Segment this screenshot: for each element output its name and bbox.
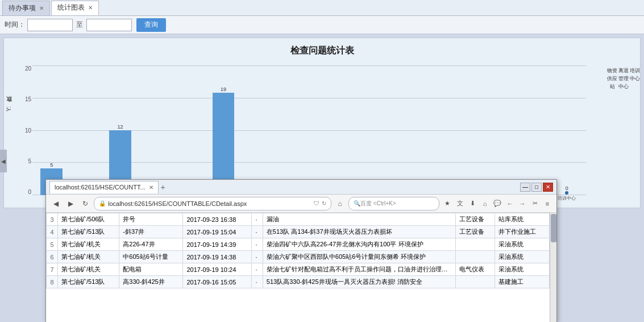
row-dash-2: · xyxy=(252,238,263,251)
home2-icon[interactable]: ⌂ xyxy=(479,198,491,209)
row-system-2: 采油系统 xyxy=(495,238,550,251)
tab-stats[interactable]: 统计图表 ✕ xyxy=(51,1,99,15)
right-cat-2: 离退管理中心 xyxy=(618,67,629,90)
tab-stats-close[interactable]: ✕ xyxy=(88,5,93,11)
y-label-0: 0 xyxy=(28,189,31,195)
table-row: 3 第七油矿/506队 井号 2017-09-23 16:38 · 漏油 工艺设… xyxy=(47,213,550,226)
row-num-1: 4 xyxy=(47,226,58,238)
table-row: 5 第七油矿/机关 高226-47井 2017-09-19 14:39 · 柴油… xyxy=(47,238,550,251)
chart-title: 检查问题统计表 xyxy=(4,38,640,61)
row-time-3: 2017-09-19 14:38 xyxy=(183,251,252,263)
tab-pending-close[interactable]: ✕ xyxy=(39,5,44,11)
bar-value-15: 0 xyxy=(566,185,568,191)
browser-content: 3 第七油矿/506队 井号 2017-09-23 16:38 · 漏油 工艺设… xyxy=(46,213,556,322)
left-collapse-arrow[interactable]: ◀ xyxy=(0,150,7,172)
row-system-0: 站库系统 xyxy=(495,213,550,226)
row-issue-2: 柴油四矿中六队高226-47井北侧水沟内有100平 环境保护 xyxy=(263,238,455,251)
minimize-button[interactable]: — xyxy=(520,183,530,192)
main-toolbar: 时间： 至 查询 xyxy=(0,16,644,34)
row-time-2: 2017-09-19 14:39 xyxy=(183,238,252,251)
browser-popup: localhost:62615/HSE/COUNTT... ✕ + — □ ✕ … xyxy=(45,179,557,322)
tab-stats-label: 统计图表 xyxy=(57,3,85,13)
row-time-1: 2017-09-19 15:04 xyxy=(183,226,252,238)
download-icon[interactable]: ⬇ xyxy=(467,198,478,209)
lock-icon: 🔒 xyxy=(99,200,106,207)
row-system-3: 采油系统 xyxy=(495,251,550,263)
reload-button[interactable]: ↻ xyxy=(79,197,92,210)
row-unit-0: 第七油矿/506队 xyxy=(58,213,119,226)
table-row: 7 第七油矿/机关 配电箱 2017-09-19 10:24 · 柴油七矿针对配… xyxy=(47,263,550,276)
tab-pending-label: 待办事项 xyxy=(9,3,36,13)
row-dash-4: · xyxy=(252,263,263,276)
scrollbar[interactable] xyxy=(550,213,556,322)
row-issue-1: 在513队 高134-斜37井现场灭火器压力表损坏 xyxy=(263,226,455,238)
row-issue-4: 柴油七矿针对配电箱过高不利于员工操作问题，口油并进行治理，焊接固定扶梯，从本质安… xyxy=(263,263,455,276)
row-time-0: 2017-09-23 16:38 xyxy=(183,213,252,226)
browser-tab-active[interactable]: localhost:62615/HSE/COUNTT... ✕ xyxy=(49,181,159,193)
row-time-4: 2017-09-19 10:24 xyxy=(183,263,252,276)
bar-value-label-2: 12 xyxy=(118,124,123,130)
row-category-2 xyxy=(456,238,495,251)
url-text: localhost:62615/HSE/COUNTTABLE/CDetail.a… xyxy=(108,200,311,207)
tab-pending[interactable]: 待办事项 ✕ xyxy=(2,1,50,15)
y-axis-label: Y:次数 xyxy=(5,106,13,112)
row-issue-3: 柴油六矿聚中区西部队中605站6号计量间东侧希 环境保护 xyxy=(263,251,455,263)
bars-container: 501200190000000000 xyxy=(32,65,586,195)
forward-button[interactable]: ▶ xyxy=(64,197,77,210)
maximize-button[interactable]: □ xyxy=(531,183,542,192)
address-bar[interactable]: 🔒 localhost:62615/HSE/COUNTTABLE/CDetail… xyxy=(94,197,331,210)
browser-tab-close[interactable]: ✕ xyxy=(149,184,153,191)
query-button[interactable]: 查询 xyxy=(136,18,166,32)
data-table: 3 第七油矿/506队 井号 2017-09-23 16:38 · 漏油 工艺设… xyxy=(46,213,550,288)
crop-icon[interactable]: ✂ xyxy=(529,198,541,209)
scrollbar-thumb[interactable] xyxy=(551,214,556,242)
forward2-icon[interactable]: → xyxy=(517,198,528,209)
row-category-3 xyxy=(456,251,495,263)
back-button[interactable]: ◀ xyxy=(49,197,62,210)
row-system-4: 采油系统 xyxy=(495,263,550,276)
right-cat-1: 物资供应站 xyxy=(607,67,617,90)
right-cat-3: 培训中心 xyxy=(630,67,640,90)
row-num-0: 3 xyxy=(47,213,58,226)
row-category-0: 工艺设备 xyxy=(456,213,495,226)
row-location-3: 中605站6号计量 xyxy=(119,251,183,263)
bookmark-icon[interactable]: ★ xyxy=(442,198,453,209)
row-category-1: 工艺设备 xyxy=(456,226,495,238)
row-dash-1: · xyxy=(252,226,263,238)
home-button[interactable]: ⌂ xyxy=(334,197,346,210)
row-dash-0: · xyxy=(252,213,263,226)
browser-toolbar-icons: ★ 文 ⬇ ⌂ 💬 ← → ✂ ≡ xyxy=(442,198,553,209)
y-label-5: 5 xyxy=(28,158,31,164)
table-row: 6 第七油矿/机关 中605站6号计量 2017-09-19 14:38 · 柴… xyxy=(47,251,550,263)
row-location-4: 配电箱 xyxy=(119,263,183,276)
menu-icon[interactable]: ≡ xyxy=(542,198,553,209)
bar-dot-15 xyxy=(565,191,568,195)
table-container: 3 第七油矿/506队 井号 2017-09-23 16:38 · 漏油 工艺设… xyxy=(46,213,556,288)
shield-icon: 🛡 xyxy=(314,200,319,207)
y-label-20: 20 xyxy=(25,65,31,72)
row-category-4: 电气仪表 xyxy=(456,263,495,276)
main-tab-bar: 待办事项 ✕ 统计图表 ✕ xyxy=(0,0,644,16)
row-category-5 xyxy=(456,276,495,288)
bar-value-label-5: 19 xyxy=(221,86,226,92)
translate-icon[interactable]: 文 xyxy=(454,198,466,209)
back2-icon[interactable]: ← xyxy=(504,198,516,209)
close-button[interactable]: ✕ xyxy=(543,183,553,192)
right-categories: 物资供应站 离退管理中心 培训中心 xyxy=(586,67,640,90)
search-bar[interactable]: 🔍 百度 <Ctrl+K> xyxy=(348,197,439,210)
search-icon: 🔍 xyxy=(354,200,360,207)
time-label: 时间： xyxy=(5,20,25,30)
comment-icon[interactable]: 💬 xyxy=(492,198,503,209)
browser-titlebar: localhost:62615/HSE/COUNTT... ✕ + — □ ✕ xyxy=(46,180,556,195)
end-date-input[interactable] xyxy=(86,19,132,31)
row-num-2: 5 xyxy=(47,238,58,251)
row-location-2: 高226-47井 xyxy=(119,238,183,251)
row-unit-2: 第七油矿/机关 xyxy=(58,238,119,251)
to-separator: 至 xyxy=(76,20,83,30)
table-row: 4 第七油矿/513队 -斜37井 2017-09-19 15:04 · 在51… xyxy=(47,226,550,238)
search-placeholder: 百度 <Ctrl+K> xyxy=(360,200,434,208)
new-tab-button[interactable]: + xyxy=(161,183,165,192)
bar-value-label-0: 5 xyxy=(50,162,53,168)
start-date-input[interactable] xyxy=(27,19,73,31)
row-dash-3: · xyxy=(252,251,263,263)
